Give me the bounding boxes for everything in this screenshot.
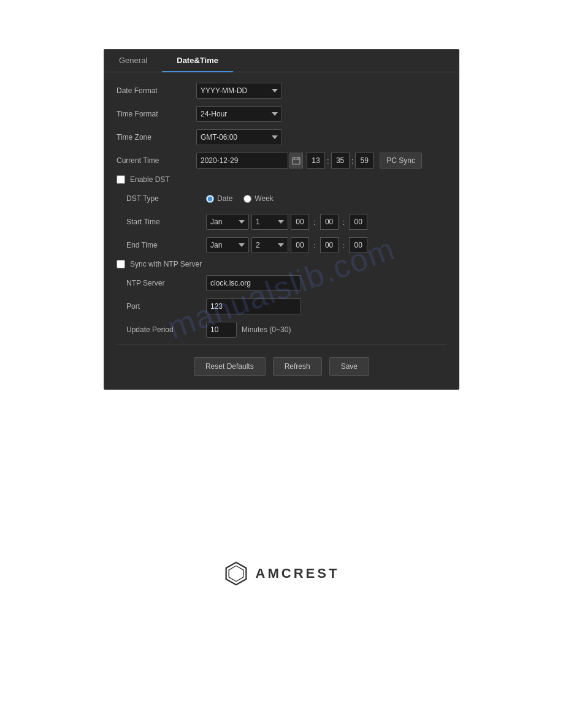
end-sep-2: : [343, 241, 345, 250]
update-period-row: Update Period Minutes (0~30) [126, 321, 446, 338]
end-second-input[interactable] [349, 237, 367, 253]
end-time-row: End Time JanFebMarApr MayJunJulAug SepOc… [126, 237, 446, 254]
refresh-button[interactable]: Refresh [273, 357, 322, 376]
start-month-select[interactable]: JanFebMarApr MayJunJulAug SepOctNovDec [206, 214, 249, 230]
dst-type-row: DST Type Date Week [126, 190, 446, 207]
settings-panel: General Date&Time Date Format YYYY-MM-DD… [104, 49, 459, 390]
enable-dst-label: Enable DST [130, 175, 170, 184]
enable-dst-row: Enable DST [117, 175, 446, 184]
time-format-label: Time Format [117, 110, 196, 118]
sync-ntp-row: Sync with NTP Server [117, 260, 446, 268]
update-period-label: Update Period [126, 325, 206, 334]
time-format-select[interactable]: 24-Hour 12-Hour [196, 106, 282, 122]
time-zone-row: Time Zone GMT-06:00 GMT+00:00 GMT-05:00 [117, 129, 446, 146]
ntp-server-input[interactable] [206, 275, 301, 291]
divider [117, 344, 446, 345]
end-sep-1: : [313, 241, 316, 250]
tab-general[interactable]: General [104, 50, 162, 72]
start-time-fields: JanFebMarApr MayJunJulAug SepOctNovDec 1… [206, 214, 367, 230]
time-parts: : : [307, 153, 373, 169]
end-time-fields: JanFebMarApr MayJunJulAug SepOctNovDec 1… [206, 237, 367, 253]
dst-type-week-label: Week [255, 194, 273, 203]
reset-defaults-button[interactable]: Reset Defaults [194, 357, 266, 376]
update-period-input[interactable] [206, 322, 237, 338]
start-second-input[interactable] [349, 214, 367, 230]
time-sep-2: : [351, 156, 354, 165]
dst-type-label: DST Type [126, 194, 206, 203]
enable-dst-checkbox[interactable] [117, 175, 125, 184]
svg-rect-0 [293, 157, 300, 164]
dst-type-week-radio[interactable] [243, 195, 251, 203]
sync-ntp-checkbox[interactable] [117, 260, 125, 268]
time-format-row: Time Format 24-Hour 12-Hour [117, 105, 446, 123]
time-zone-select[interactable]: GMT-06:00 GMT+00:00 GMT-05:00 [196, 129, 282, 145]
date-format-row: Date Format YYYY-MM-DD MM-DD-YYYY DD-MM-… [117, 82, 446, 99]
end-hour-input[interactable] [291, 237, 309, 253]
start-time-label: Start Time [126, 218, 206, 226]
end-time-label: End Time [126, 241, 206, 249]
current-time-fields: : : PC Sync [196, 153, 422, 169]
time-sep-1: : [327, 156, 329, 165]
calendar-icon[interactable] [289, 153, 303, 169]
save-button[interactable]: Save [329, 357, 369, 376]
form-body: Date Format YYYY-MM-DD MM-DD-YYYY DD-MM-… [104, 72, 459, 389]
tab-datetime[interactable]: Date&Time [162, 50, 233, 72]
dst-type-date-option[interactable]: Date [206, 194, 232, 203]
port-row: Port [126, 298, 446, 315]
dst-type-date-label: Date [217, 194, 232, 203]
ntp-server-row: NTP Server [126, 275, 446, 292]
update-period-fields: Minutes (0~30) [206, 322, 291, 338]
ntp-server-label: NTP Server [126, 279, 206, 287]
current-time-row: Current Time : [117, 152, 446, 169]
dst-type-radio-group: Date Week [206, 194, 274, 203]
dst-type-date-radio[interactable] [206, 195, 214, 203]
logo-area: AMCREST [224, 561, 340, 586]
start-time-row: Start Time JanFebMarApr MayJunJulAug Sep… [126, 213, 446, 230]
start-hour-input[interactable] [291, 214, 309, 230]
logo-text: AMCREST [256, 566, 340, 582]
time-hour-input[interactable] [307, 153, 325, 169]
date-input[interactable] [196, 153, 288, 169]
end-minute-input[interactable] [320, 237, 339, 253]
time-zone-label: Time Zone [117, 133, 196, 142]
port-label: Port [126, 302, 206, 311]
start-sep-2: : [343, 218, 345, 227]
port-input[interactable] [206, 298, 301, 314]
ntp-section: NTP Server Port Update Period Minutes (0… [117, 275, 446, 338]
end-month-select[interactable]: JanFebMarApr MayJunJulAug SepOctNovDec [206, 237, 249, 253]
date-format-select[interactable]: YYYY-MM-DD MM-DD-YYYY DD-MM-YYYY [196, 83, 282, 99]
dst-type-week-option[interactable]: Week [243, 194, 273, 203]
current-time-label: Current Time [117, 156, 196, 165]
button-row: Reset Defaults Refresh Save [117, 350, 446, 379]
start-minute-input[interactable] [320, 214, 339, 230]
pc-sync-button[interactable]: PC Sync [380, 153, 422, 169]
minutes-label: Minutes (0~30) [242, 325, 291, 334]
start-sep-1: : [313, 218, 316, 227]
time-minute-input[interactable] [331, 153, 350, 169]
dst-section: DST Type Date Week Start Time [117, 190, 446, 254]
start-day-select[interactable]: 12345 [251, 214, 288, 230]
time-second-input[interactable] [355, 153, 373, 169]
date-format-label: Date Format [117, 86, 196, 95]
end-day-select[interactable]: 12345 [251, 237, 288, 253]
tab-bar: General Date&Time [104, 50, 459, 72]
svg-marker-5 [229, 566, 243, 581]
sync-ntp-label: Sync with NTP Server [130, 260, 202, 268]
amcrest-logo-icon [224, 561, 248, 586]
